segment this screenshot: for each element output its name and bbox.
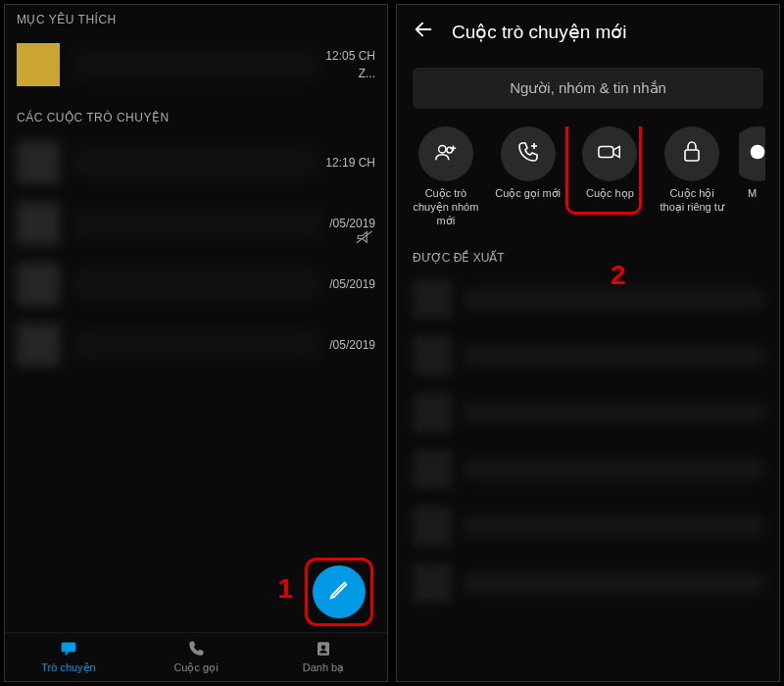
redacted-content: [72, 50, 318, 79]
svg-point-4: [438, 146, 445, 153]
svg-rect-11: [685, 150, 699, 161]
action-label: M: [748, 187, 757, 201]
avatar: [413, 564, 452, 603]
avatar: [413, 450, 452, 489]
svg-line-0: [357, 231, 372, 243]
action-label: Cuộc hội thoại riêng tư: [657, 187, 727, 215]
chat-row[interactable]: /05/2019: [5, 315, 387, 375]
avatar: [17, 263, 60, 306]
chat-row[interactable]: /05/2019: [5, 193, 387, 254]
mute-icon: [356, 230, 373, 248]
suggested-item[interactable]: [397, 327, 779, 384]
chat-icon: [59, 640, 78, 660]
suggested-item[interactable]: [397, 384, 779, 441]
avatar: [17, 202, 60, 245]
group-add-icon: [433, 141, 459, 167]
action-label: Cuộc trò chuyện nhóm mới: [411, 187, 481, 227]
avatar: [17, 323, 60, 367]
annotation-1: 1: [277, 573, 293, 605]
redacted-name: [464, 290, 763, 308]
suggested-item[interactable]: [397, 270, 779, 327]
suggested-item[interactable]: [397, 498, 779, 555]
bottom-nav: Trò chuyện Cuộc gọi Danh bạ: [5, 632, 387, 681]
action-new-group-chat[interactable]: Cuộc trò chuyện nhóm mới: [411, 126, 481, 227]
search-input[interactable]: Người, nhóm & tin nhắn: [413, 68, 763, 109]
new-chat-fab[interactable]: [313, 565, 366, 618]
svg-point-12: [750, 145, 764, 160]
redacted-content: [72, 330, 321, 360]
back-icon[interactable]: [413, 19, 434, 44]
chat-sub: Z...: [359, 67, 375, 80]
avatar: [413, 336, 452, 375]
suggested-item[interactable]: [397, 441, 779, 498]
action-label: Cuộc gọi mới: [495, 187, 561, 201]
header: Cuộc trò chuyện mới: [397, 5, 779, 58]
chat-list-screen: MỤC YÊU THÍCH 12:05 CH Z... CÁC CUỘC TRÒ…: [4, 4, 388, 682]
phone-plus-icon: [516, 140, 540, 168]
redacted-name: [464, 517, 763, 535]
nav-label: Cuộc gọi: [173, 662, 218, 674]
chat-time: 12:19 CH: [325, 156, 375, 170]
chat-time: /05/2019: [329, 338, 375, 352]
redacted-name: [464, 404, 763, 421]
nav-contacts[interactable]: Danh bạ: [260, 633, 387, 681]
nav-label: Danh bạ: [303, 662, 344, 674]
chat-time: /05/2019: [329, 277, 375, 291]
lock-icon: [682, 140, 702, 168]
redacted-name: [464, 574, 763, 592]
page-title: Cuộc trò chuyện mới: [452, 21, 627, 43]
avatar: [413, 507, 452, 546]
svg-point-3: [321, 645, 326, 650]
favorites-header: MỤC YÊU THÍCH: [5, 5, 387, 34]
contacts-icon: [315, 640, 332, 660]
action-new-call[interactable]: Cuộc gọi mới: [493, 126, 564, 227]
chat-row[interactable]: /05/2019: [5, 254, 387, 315]
chat-time: 12:05 CH: [325, 49, 375, 63]
action-meeting[interactable]: Cuộc họp: [575, 126, 646, 227]
nav-chat[interactable]: Trò chuyện: [5, 633, 132, 681]
action-more[interactable]: M: [739, 126, 765, 227]
nav-label: Trò chuyện: [41, 662, 96, 674]
chat-time: /05/2019: [329, 217, 375, 230]
action-row: Cuộc trò chuyện nhóm mới Cuộc gọi mới Cu…: [397, 126, 779, 237]
redacted-name: [464, 347, 763, 365]
avatar: [413, 393, 452, 432]
redacted-content: [72, 270, 321, 299]
suggested-item[interactable]: [397, 555, 779, 612]
svg-rect-10: [599, 146, 613, 157]
more-icon: [747, 141, 765, 167]
nav-calls[interactable]: Cuộc gọi: [132, 633, 260, 681]
new-chat-screen: Cuộc trò chuyện mới Người, nhóm & tin nh…: [396, 4, 780, 682]
pencil-icon: [328, 579, 350, 605]
redacted-content: [72, 209, 321, 238]
chat-row[interactable]: 12:19 CH: [5, 132, 387, 193]
action-label: Cuộc họp: [586, 187, 634, 201]
avatar: [17, 43, 60, 86]
favorite-chat-row[interactable]: 12:05 CH Z...: [5, 34, 387, 95]
phone-icon: [187, 640, 205, 660]
redacted-name: [464, 461, 763, 478]
redacted-content: [72, 148, 318, 177]
action-private-conv[interactable]: Cuộc hội thoại riêng tư: [657, 126, 727, 227]
svg-rect-1: [62, 642, 76, 652]
suggested-header: ĐƯỢC ĐỀ XUẤT: [397, 237, 779, 270]
video-icon: [597, 142, 622, 166]
avatar: [17, 141, 60, 184]
avatar: [413, 279, 452, 318]
conversations-header: CÁC CUỘC TRÒ CHUYỆN: [5, 103, 387, 132]
